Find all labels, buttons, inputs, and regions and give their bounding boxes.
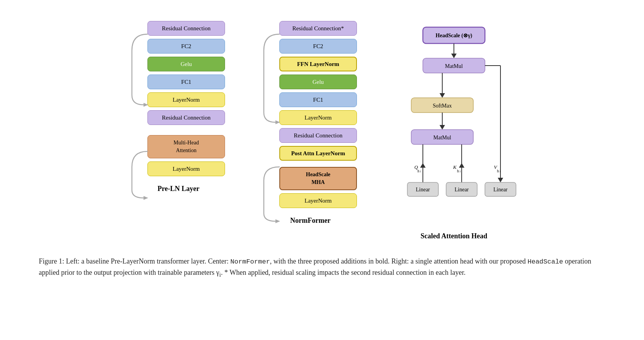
normformer-boxes: Residual Connection* FC2 FFN LayerNorm G…: [272, 19, 365, 210]
svg-text:h: h: [497, 169, 499, 173]
pre-ln-gelu: Gelu: [147, 57, 225, 71]
svg-text:HeadScale (⊗γ): HeadScale (⊗γ): [436, 33, 473, 39]
pre-ln-layernorm-1: LayerNorm: [147, 92, 225, 107]
normformer-column: Residual Connection* FC2 FFN LayerNorm G…: [256, 19, 365, 225]
caption-code-1: NormFormer: [230, 258, 270, 265]
svg-text:Linear: Linear: [416, 187, 430, 193]
pre-ln-fc2: FC2: [147, 39, 225, 54]
figure-caption: Figure 1: Left: a baseline Pre-LayerNorm…: [16, 248, 628, 283]
normformer-residual-connection-2: Residual Connection: [279, 128, 357, 143]
normformer-fc1: FC1: [279, 92, 357, 107]
pre-ln-mha: Multi-HeadAttention: [147, 135, 225, 158]
pre-ln-boxes: Residual Connection FC2 Gelu FC1 LayerNo…: [140, 19, 233, 178]
pre-ln-layernorm-2: LayerNorm: [147, 161, 225, 176]
svg-text:Linear: Linear: [493, 187, 508, 193]
attention-head-label: Scaled Attention Head: [421, 232, 487, 240]
svg-text:i: i: [460, 170, 461, 173]
attention-arrows-svg: HeadScale (⊗γ) MatMul SoftMax MatMu: [388, 23, 520, 225]
attention-head-diagram: HeadScale (⊗γ) MatMul SoftMax MatMu: [388, 23, 520, 225]
caption-code-2: HeadScale: [528, 258, 563, 265]
svg-text:MatMul: MatMul: [433, 135, 451, 141]
normformer-residual-connection-1: Residual Connection*: [279, 21, 357, 36]
normformer-ffn-layernorm: FFN LayerNorm: [279, 57, 357, 71]
svg-text:h: h: [457, 169, 459, 173]
caption-text-1: Figure 1: Left: a baseline Pre-LayerNorm…: [39, 257, 230, 265]
normformer-layernorm-2: LayerNorm: [279, 193, 357, 208]
pre-ln-column: Residual Connection FC2 Gelu FC1 LayerNo…: [124, 19, 233, 193]
pre-ln-residual-connection-1: Residual Connection: [147, 21, 225, 36]
normformer-label: NormFormer: [256, 217, 365, 225]
pre-ln-fc1: FC1: [147, 75, 225, 89]
svg-marker-20: [498, 178, 503, 182]
svg-marker-15: [440, 125, 445, 130]
svg-text:K: K: [453, 164, 457, 170]
svg-marker-11: [440, 93, 445, 98]
svg-text:MatMul: MatMul: [445, 63, 463, 69]
normformer-headscale-mha: HeadScaleMHA: [279, 167, 357, 190]
attention-head-column: HeadScale (⊗γ) MatMul SoftMax MatMu: [388, 23, 520, 240]
caption-text-2: , with the three proposed additions in b…: [270, 257, 528, 265]
svg-text:i: i: [420, 170, 421, 173]
svg-marker-7: [451, 54, 457, 58]
diagram-area: Residual Connection FC2 Gelu FC1 LayerNo…: [16, 8, 628, 248]
svg-text:Linear: Linear: [455, 187, 469, 193]
normformer-post-attn-layernorm: Post Attn LayerNorm: [279, 146, 357, 161]
svg-text:h: h: [417, 169, 419, 173]
svg-text:SoftMax: SoftMax: [433, 103, 452, 109]
pre-ln-label: Pre-LN Layer: [124, 185, 233, 193]
normformer-layernorm-1: LayerNorm: [279, 110, 357, 125]
pre-ln-residual-connection-2: Residual Connection: [147, 110, 225, 125]
normformer-gelu: Gelu: [279, 75, 357, 89]
normformer-fc2: FC2: [279, 39, 357, 54]
svg-marker-1: [144, 196, 148, 200]
